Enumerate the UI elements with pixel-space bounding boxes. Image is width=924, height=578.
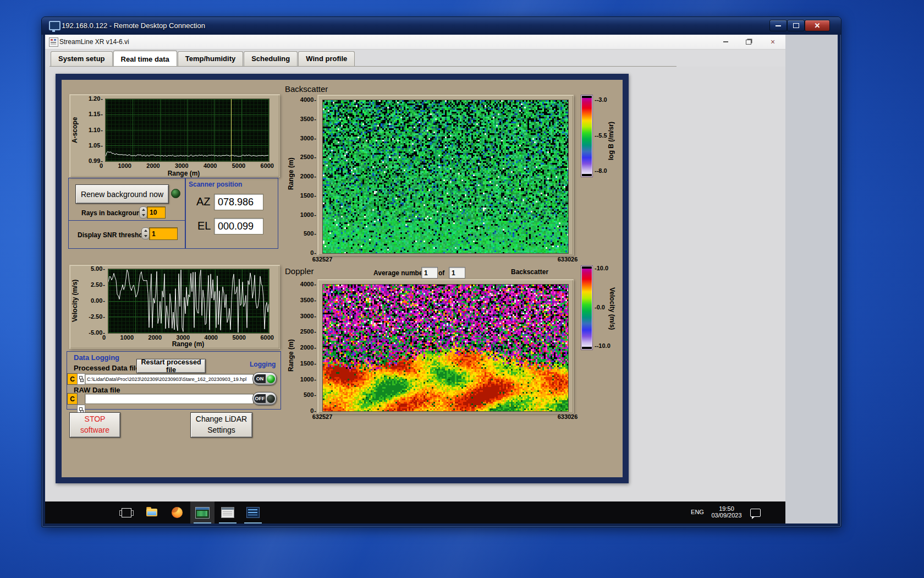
backscatter-colorbar [581,95,592,177]
rdp-title: 192.168.0.122 - Remote Desktop Connectio… [62,21,205,30]
rdp-maximize-button[interactable] [787,20,805,31]
app-close-button[interactable]: × [765,37,781,47]
logging-off-toggle[interactable]: OFF [252,392,277,405]
app-minimize-button[interactable] [717,37,734,47]
tick-label: 10.0 [595,265,608,272]
tick-label: 0 [310,249,316,256]
rdp-client-padding [785,35,838,524]
renew-background-button[interactable]: Renew background now [75,184,169,204]
tick-label: 1000 [118,162,131,169]
log-viewer-button[interactable] [241,501,265,524]
file-explorer-button[interactable] [140,501,164,524]
tick-label: 2500 [300,154,316,160]
tick-label: 3500 [300,297,316,303]
firefox-button[interactable] [165,501,189,524]
rdp-close-button[interactable]: ✕ [805,20,830,31]
tick-label: 0.00 [91,297,105,304]
doppler-title: Doppler [285,266,314,276]
processed-data-file-label: Processed Data file [74,364,140,372]
scanner-position-title: Scanner position [189,181,242,188]
tick-label: 1.10 [89,127,103,133]
rdp-titlebar[interactable]: 192.168.0.122 - Remote Desktop Connectio… [42,17,841,35]
language-indicator[interactable]: ENG [688,509,707,515]
app-restore-button[interactable] [740,37,757,47]
tick-label: -5.5 [595,132,607,139]
rdp-computer-icon [49,21,61,30]
logging-on-toggle[interactable]: ON [252,372,277,385]
tab-real-time-data[interactable]: Real time data [113,51,177,67]
tab-system-setup[interactable]: System setup [51,51,113,66]
task-view-button[interactable] [114,501,139,524]
tick-label: 2000 [146,162,160,169]
backscatter-x-end-label: 633026 [548,256,587,263]
restart-processed-file-button[interactable]: Restart processed file [136,359,206,373]
tick-label: 2.50 [91,281,105,288]
tick-label: 6000 [261,162,274,169]
snr-spinner[interactable] [141,227,150,239]
main-panel: 1.201.151.101.050.99 A-scope 01000200030… [62,80,623,477]
app-title: StreamLine XR v14-6.vi [59,38,129,46]
clock[interactable]: 19:50 03/09/2023 [708,505,745,519]
tick-label: 500 [304,230,316,237]
tick-label: 2000 [300,173,316,179]
backscatter-title: Backscatter [285,84,328,94]
rdp-minimize-button[interactable] [769,20,787,31]
firefox-icon [172,507,183,518]
processed-path-field[interactable]: C:\Lidar\Data\Proc\2023\202309\20230903\… [85,374,254,384]
streamline-app-button[interactable] [190,501,215,524]
raw-path-field[interactable] [85,394,254,404]
data-logging-title: Data Logging [74,353,119,362]
backscatter-colorbar-ticks: -3.0-5.5-8.0 [595,96,607,175]
change-lidar-settings-button[interactable]: Change LiDARSettings [190,412,252,438]
backscatter-y-ticks: 40003500300025002000150010005000 [294,96,316,256]
taskbar: ENG 19:50 03/09/2023 [45,501,785,524]
display-snr-threshold-label: Display SNR threshold [78,231,148,239]
tick-label: 0 [102,334,106,341]
log-viewer-icon [246,507,260,518]
ascope-y-axis-label: A-scope [71,105,79,155]
of-label: of [438,269,444,277]
ascope-x-ticks: 0100020003000400050006000 [100,162,274,169]
backscatter-switch-label: Backscatter [511,268,548,276]
tick-label: 3000 [175,162,188,169]
app-titlebar[interactable]: StreamLine XR v14-6.vi × [45,35,785,50]
tick-label: 500 [304,391,316,398]
ascope-plot[interactable] [105,99,270,162]
tick-label: 2500 [300,328,316,335]
panel-frame: 1.201.151.101.050.99 A-scope 01000200030… [56,74,629,483]
rays-value-field[interactable]: 10 [147,206,166,219]
backscatter-plot[interactable] [322,100,569,254]
az-label: AZ [196,195,211,208]
tick-label: -3.0 [595,96,607,103]
tab-scheduling[interactable]: Scheduling [244,51,298,66]
file-explorer-icon [146,509,157,516]
el-field[interactable]: 000.099 [214,218,263,235]
velocity-y-axis-label: Velocity (m/s) [71,276,79,325]
average-value-2[interactable]: 1 [449,267,465,279]
tick-label: 2000 [300,344,316,351]
notification-icon[interactable] [750,509,761,517]
scan-scheduler-icon [221,507,234,518]
doppler-x-end-label: 633026 [548,413,587,420]
raw-drive-select[interactable]: C [67,393,78,405]
az-field[interactable]: 078.986 [214,194,263,210]
backscatter-x-start-label: 632527 [303,256,342,263]
tab-temp-humidity[interactable]: Temp/humidity [178,51,243,66]
processed-drive-select[interactable]: C [67,373,78,385]
vi-icon [49,37,58,47]
rays-spinner[interactable] [139,206,147,219]
snr-value-field[interactable]: 1 [149,227,178,240]
velocity-plot[interactable] [108,269,270,334]
doppler-plot[interactable] [322,284,569,412]
backscatter-colorbar-label: log B (/m/sr) [607,105,615,177]
scan-scheduler-button[interactable] [216,501,240,524]
processed-browse-button[interactable] [77,373,85,385]
doppler-y-ticks: 40003500300025002000150010005000 [294,281,316,414]
average-value-1[interactable]: 1 [421,267,438,279]
doppler-colorbar-label: Velocity (m/s) [608,270,616,347]
stop-software-button[interactable]: STOPsoftware [69,412,120,438]
tab-wind-profile[interactable]: Wind profile [298,51,355,66]
scanner-position-box [185,178,278,249]
streamline-app-icon [195,507,210,519]
tick-label: 1.15 [89,111,103,117]
